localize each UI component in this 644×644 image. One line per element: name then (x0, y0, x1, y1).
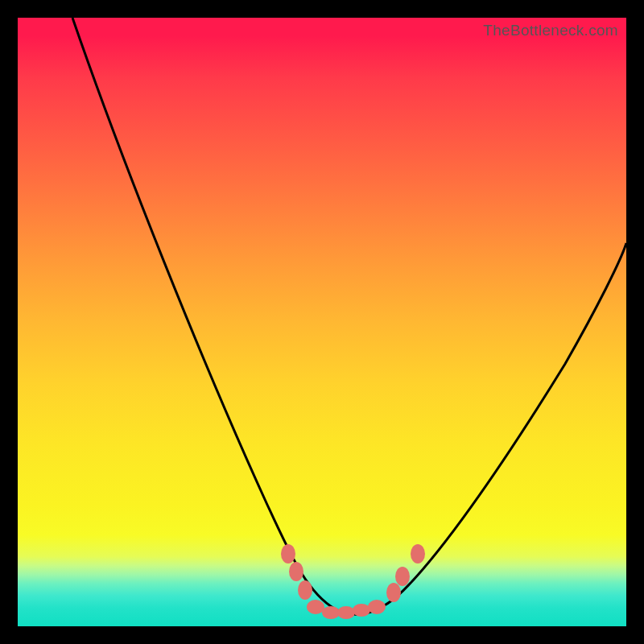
svg-point-6 (353, 604, 370, 617)
chart-frame: TheBottleneck.com (0, 0, 644, 644)
svg-point-4 (322, 606, 340, 619)
svg-point-2 (298, 580, 312, 600)
svg-point-0 (281, 544, 295, 564)
svg-point-5 (337, 606, 355, 619)
curve-markers (281, 544, 425, 619)
svg-point-10 (411, 544, 425, 564)
svg-point-8 (386, 583, 401, 602)
bottleneck-curve-svg (18, 18, 626, 626)
svg-point-1 (289, 562, 303, 581)
svg-point-9 (395, 567, 410, 586)
svg-point-3 (307, 600, 324, 614)
chart-plot-area: TheBottleneck.com (18, 18, 626, 626)
svg-point-7 (368, 600, 386, 614)
bottleneck-curve-path (72, 18, 626, 614)
